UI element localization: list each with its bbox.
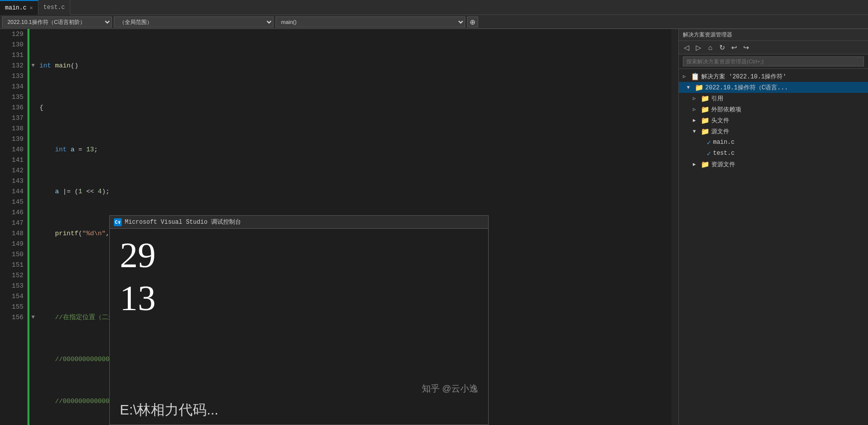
tree-label-main-c: main.c [713,139,734,146]
tree-item-sources[interactable]: ▼ 📁 源文件 [679,126,868,137]
collapse-135[interactable]: ▼ [31,312,37,323]
code-line-132: a |= (1 << 4); [31,186,671,197]
tree-icon-resources: 📁 [701,160,709,169]
scope-selector[interactable]: （全局范围） [114,16,274,27]
debug-output-line2: 13 [120,277,478,320]
ln-154: 154 [0,291,23,302]
ln-131: 131 [0,50,23,60]
debug-console-content: 29 13 知乎 @云小逸 E:\林相力代码... [110,229,488,425]
ln-133: 133 [0,71,23,81]
ln-129: 129 [0,29,23,39]
tab-test-c-label: test.c [43,4,65,11]
tree-label-sources: 源文件 [711,127,729,136]
ln-144: 144 [0,186,23,197]
tree-arrow-test-c [699,151,705,156]
tree-label-external: 外部依赖项 [711,105,741,114]
current-line-indicator [27,29,29,425]
editor-area: 129 130 131 132 133 134 135 136 137 138 … [0,29,678,425]
sidebar-back-btn[interactable]: ◁ [681,42,692,53]
tree-item-main-c[interactable]: ✓ main.c [679,137,868,148]
tree-label-test-c: test.c [713,150,734,157]
debug-console-icon: C∨ [114,218,122,226]
sidebar-redo-btn[interactable]: ↪ [741,42,752,53]
sidebar-undo-btn[interactable]: ↩ [729,42,740,53]
tree-icon-external: 📁 [701,105,709,114]
tree-label-ref: 引用 [711,94,723,103]
ln-152: 152 [0,270,23,281]
tree-arrow-project: ▼ [687,85,693,90]
project-selector[interactable]: 2022.10.1操作符（C语言初阶） [2,16,112,27]
tree-icon-project: 📁 [695,83,703,92]
tree-item-resources[interactable]: ▶ 📁 资源文件 [679,159,868,170]
ln-151: 151 [0,260,23,270]
sidebar-search-area [679,54,868,69]
collapse-129[interactable]: ▼ [31,60,37,71]
sidebar-home-btn[interactable]: ⌂ [705,42,716,53]
tree-item-test-c[interactable]: ✓ test.c [679,148,868,159]
ln-135: 135 [0,92,23,102]
debug-output-line1: 29 [120,234,478,277]
debug-console: C∨ Microsoft Visual Studio 调试控制台 29 13 知… [109,215,489,425]
tree-label-project: 2022.10.1操作符（C语言... [705,83,788,92]
tree-item-project[interactable]: ▼ 📁 2022.10.1操作符（C语言... [679,82,868,93]
line-numbers: 129 130 131 132 133 134 135 136 137 138 … [0,29,27,425]
code-line-130: { [31,102,671,113]
tab-main-c-close[interactable]: ✕ [29,4,33,11]
tree-icon-ref: 📁 [701,94,709,103]
ln-148: 148 [0,228,23,239]
editor-toolbar: 2022.10.1操作符（C语言初阶） （全局范围） main() ⊕ [0,15,868,29]
debug-console-title: Microsoft Visual Studio 调试控制台 [125,218,241,226]
sidebar-toolbar: ◁ ▷ ⌂ ↻ ↩ ↪ [679,41,868,54]
ln-137: 137 [0,113,23,123]
tab-test-c[interactable]: test.c [38,0,70,15]
tree-arrow-sources: ▼ [693,129,699,134]
ln-130: 130 [0,39,23,50]
function-selector[interactable]: main() [276,16,465,27]
sidebar-refresh-btn[interactable]: ↻ [717,42,728,53]
debug-output: 29 13 [120,234,478,320]
tree-label-resources: 资源文件 [711,160,735,169]
ln-140: 140 [0,144,23,155]
tree-icon-test-c: ✓ [707,149,711,158]
ln-145: 145 [0,197,23,207]
code-container[interactable]: 129 130 131 132 133 134 135 136 137 138 … [0,29,678,425]
tab-main-c[interactable]: main.c ✕ [0,0,38,15]
tree-arrow-external: ▷ [693,106,699,112]
code-line-131: int a = 13; [31,144,671,155]
tree-icon-headers: 📁 [701,116,709,125]
tree-icon-sources: 📁 [701,127,709,136]
tree-arrow-solution: ▷ [683,73,689,79]
tree-arrow-ref: ▷ [693,95,699,101]
ln-153: 153 [0,281,23,291]
code-line-129: ▼ int main() [31,60,671,71]
tab-main-c-label: main.c [5,4,26,11]
right-sidebar: 解决方案资源管理器 ◁ ▷ ⌂ ↻ ↩ ↪ ▷ 📋 解决方案 '2022.10.… [678,29,868,425]
sidebar-search-input[interactable] [683,56,864,66]
tree-item-ref[interactable]: ▷ 📁 引用 [679,93,868,104]
tab-bar: main.c ✕ test.c [0,0,868,15]
ln-155: 155 [0,302,23,312]
ln-134: 134 [0,81,23,92]
ln-150: 150 [0,249,23,260]
ln-149: 149 [0,239,23,249]
sidebar-forward-btn[interactable]: ▷ [693,42,704,53]
tree-item-headers[interactable]: ▶ 📁 头文件 [679,115,868,126]
ln-156: 156 [0,312,23,323]
tree-item-external[interactable]: ▷ 📁 外部依赖项 [679,104,868,115]
tree-label-solution: 解决方案 '2022.10.1操作符' [701,72,786,81]
debug-console-header: C∨ Microsoft Visual Studio 调试控制台 [110,216,488,229]
minimap[interactable] [671,29,678,425]
ln-146: 146 [0,207,23,218]
sidebar-tree: ▷ 📋 解决方案 '2022.10.1操作符' ▼ 📁 2022.10.1操作符… [679,69,868,425]
tree-arrow-resources: ▶ [693,161,699,167]
tree-item-solution[interactable]: ▷ 📋 解决方案 '2022.10.1操作符' [679,71,868,82]
tree-icon-main-c: ✓ [707,138,711,147]
ln-138: 138 [0,123,23,134]
tree-label-headers: 头文件 [711,116,729,125]
ln-143: 143 [0,176,23,186]
expand-btn[interactable]: ⊕ [467,16,478,27]
tree-arrow-headers: ▶ [693,117,699,123]
debug-bottom-text: E:\林相力代码... [120,401,219,420]
main-layout: 129 130 131 132 133 134 135 136 137 138 … [0,29,868,425]
ln-132: 132 [0,60,23,71]
